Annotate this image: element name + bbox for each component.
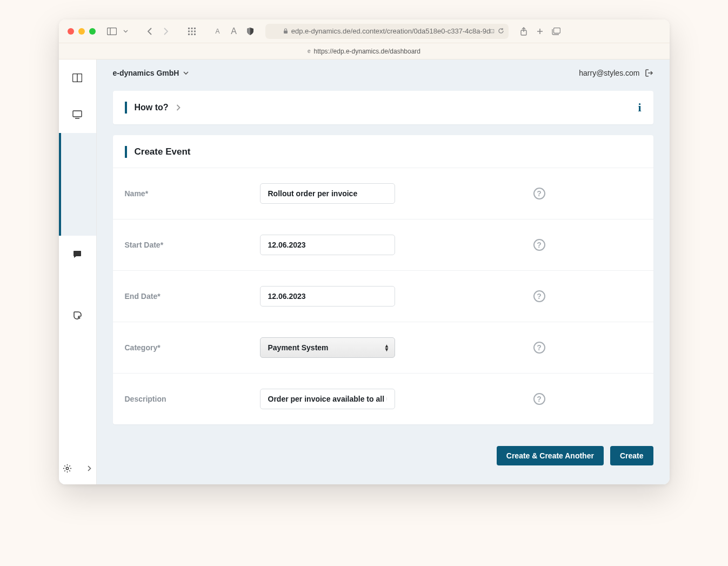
howto-panel[interactable]: How to? i [113, 91, 653, 124]
apps-grid-icon[interactable] [186, 26, 197, 37]
shield-icon[interactable] [245, 26, 256, 37]
help-icon[interactable]: ? [533, 188, 545, 199]
chevron-right-icon [88, 465, 91, 471]
main-content: e-dynamics GmbH harry@styles.com How to? [97, 59, 670, 484]
tab-overview-icon[interactable] [551, 26, 562, 37]
name-input[interactable] [260, 183, 395, 204]
description-input[interactable] [260, 389, 395, 409]
sidebar-item-blog[interactable] [59, 299, 96, 332]
svg-point-18 [79, 317, 81, 319]
chevron-right-icon [176, 104, 181, 111]
close-window-button[interactable] [68, 28, 74, 35]
svg-point-19 [66, 467, 68, 469]
svg-rect-8 [188, 34, 190, 35]
globe-icon: e [308, 48, 311, 54]
tab-strip: e https://edp.e-dynamics.de/dashboard [59, 43, 670, 59]
name-label: Name* [125, 189, 260, 198]
create-event-panel: Create Event Name* ? Start Date* ? End D… [113, 135, 653, 424]
accent-bar [125, 146, 127, 158]
back-button[interactable] [144, 26, 155, 37]
accent-bar [125, 102, 127, 114]
svg-rect-3 [191, 28, 192, 29]
share-icon[interactable] [518, 26, 529, 37]
sidebar [59, 59, 97, 484]
tab-title[interactable]: https://edp.e-dynamics.de/dashboard [314, 48, 420, 55]
create-button[interactable]: Create [610, 446, 653, 465]
lock-icon [283, 28, 288, 34]
window-controls [68, 28, 96, 35]
svg-rect-5 [188, 30, 190, 32]
gear-icon [63, 464, 71, 472]
category-select[interactable] [260, 337, 395, 358]
form-row-start-date: Start Date* ? [113, 219, 653, 270]
text-size-small-icon[interactable]: A [212, 26, 223, 37]
svg-rect-13 [553, 28, 560, 33]
svg-rect-9 [191, 34, 192, 35]
new-tab-icon[interactable] [535, 26, 545, 37]
org-name: e-dynamics GmbH [113, 69, 179, 77]
category-label: Category* [125, 343, 260, 352]
sidebar-item-layout[interactable] [59, 59, 96, 96]
end-date-input[interactable] [260, 286, 395, 307]
svg-rect-7 [194, 30, 196, 32]
browser-window: A A edp.e-dynamics.de/ed.context/creatio… [59, 19, 670, 484]
top-bar: e-dynamics GmbH harry@styles.com [97, 59, 670, 86]
end-date-label: End Date* [125, 292, 260, 301]
url-text: edp.e-dynamics.de/ed.context/creation/0d… [291, 27, 491, 35]
start-date-label: Start Date* [125, 241, 260, 249]
svg-rect-11 [284, 31, 288, 34]
start-date-input[interactable] [260, 235, 395, 255]
chevron-down-icon [183, 71, 189, 75]
maximize-window-button[interactable] [89, 28, 96, 35]
form-row-description: Description ? [113, 373, 653, 424]
text-size-large-icon[interactable]: A [229, 26, 239, 37]
logout-icon[interactable] [645, 69, 653, 77]
chevron-down-icon[interactable] [123, 26, 129, 37]
description-label: Description [125, 395, 260, 403]
svg-rect-10 [194, 34, 196, 35]
create-and-another-button[interactable]: Create & Create Another [497, 446, 604, 465]
svg-rect-0 [107, 28, 116, 35]
sidebar-item-monitor[interactable] [59, 96, 96, 133]
app-root: e-dynamics GmbH harry@styles.com How to? [59, 59, 670, 484]
svg-rect-2 [188, 28, 190, 29]
form-row-category: Category* ▲▼ ? [113, 322, 653, 373]
panel-title: Create Event [135, 147, 191, 157]
svg-rect-4 [194, 28, 196, 29]
help-icon[interactable]: ? [533, 342, 545, 354]
sidebar-item-chat[interactable] [59, 236, 96, 272]
svg-rect-6 [191, 30, 192, 32]
user-menu: harry@styles.com [579, 69, 653, 77]
actions: Create & Create Another Create [97, 435, 670, 465]
help-icon[interactable]: ? [533, 239, 545, 251]
browser-toolbar: A A edp.e-dynamics.de/ed.context/creatio… [59, 19, 670, 43]
sidebar-item-settings[interactable] [59, 452, 96, 484]
howto-title: How to? [135, 103, 169, 112]
info-icon[interactable]: i [638, 101, 641, 115]
reload-icon[interactable] [498, 28, 504, 35]
help-icon[interactable]: ? [533, 290, 545, 302]
org-switcher[interactable]: e-dynamics GmbH [113, 69, 189, 77]
svg-rect-16 [73, 111, 82, 117]
form-row-end-date: End Date* ? [113, 270, 653, 322]
forward-button[interactable] [161, 26, 171, 37]
address-bar[interactable]: edp.e-dynamics.de/ed.context/creation/0d… [265, 24, 509, 39]
translate-icon[interactable]: ⊡ [490, 28, 495, 35]
sidebar-toggle-icon[interactable] [106, 26, 117, 37]
form-row-name: Name* ? [113, 168, 653, 219]
help-icon[interactable]: ? [533, 393, 545, 405]
sidebar-item-active[interactable] [59, 133, 96, 236]
minimize-window-button[interactable] [78, 28, 85, 35]
user-email: harry@styles.com [579, 69, 639, 77]
